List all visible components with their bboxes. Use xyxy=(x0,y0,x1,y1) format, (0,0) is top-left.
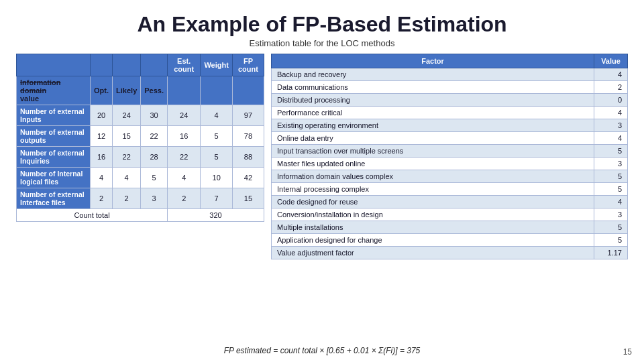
left-table: Est. count Weight FP count Information d… xyxy=(16,54,264,341)
left-table-row: Number of external outputs12152216578 xyxy=(17,126,264,147)
col-header-likely xyxy=(113,54,141,76)
page-number: 15 xyxy=(623,347,632,357)
row-weight: 4 xyxy=(201,105,232,126)
factor-value: 0 xyxy=(594,94,628,107)
factor-name: Multiple installations xyxy=(272,221,594,234)
factor-name: Internal processing complex xyxy=(272,183,594,196)
right-table-row: Online data entry4 xyxy=(272,132,628,145)
right-table-row: Value adjustment factor1.17 xyxy=(272,247,628,259)
total-label: Count total xyxy=(17,209,168,222)
info-opt: Opt. xyxy=(91,76,113,105)
row-opt: 2 xyxy=(91,188,113,209)
right-table-row: Conversion/installation in design3 xyxy=(272,208,628,221)
row-fp: 78 xyxy=(232,126,264,147)
factor-value: 5 xyxy=(594,170,628,183)
info-est xyxy=(168,76,201,105)
right-table-row: Master files updated online3 xyxy=(272,158,628,170)
right-table: Factor Value Backup and recovery4Data co… xyxy=(271,54,628,341)
factor-name: Input transaction over multiple screens xyxy=(272,145,594,158)
row-pess: 5 xyxy=(141,168,168,188)
row-est: 22 xyxy=(168,147,201,168)
col-header-fp: FP count xyxy=(232,54,264,76)
factor-value: 4 xyxy=(594,68,628,81)
factor-name: Master files updated online xyxy=(272,158,594,170)
sub-title: Estimation table for the LOC methods xyxy=(16,38,628,48)
row-likely: 15 xyxy=(113,126,141,147)
row-likely: 4 xyxy=(113,168,141,188)
factor-name: Data communications xyxy=(272,81,594,94)
factor-name: Performance critical xyxy=(272,107,594,119)
factor-name: Distributed processing xyxy=(272,94,594,107)
row-pess: 3 xyxy=(141,188,168,209)
row-est: 2 xyxy=(168,188,201,209)
factor-value: 5 xyxy=(594,234,628,247)
factor-value: 3 xyxy=(594,208,628,221)
row-likely: 22 xyxy=(113,147,141,168)
right-table-row: Code designed for reuse4 xyxy=(272,196,628,208)
row-label: Number of external Inquiries xyxy=(17,147,91,168)
left-table-row: Number of external Inputs20243024497 xyxy=(17,105,264,126)
right-col-factor: Factor xyxy=(272,54,594,68)
factor-value: 3 xyxy=(594,119,628,132)
factor-name: Conversion/installation in design xyxy=(272,208,594,221)
row-opt: 12 xyxy=(91,126,113,147)
row-label: Number of external Interface files xyxy=(17,188,91,209)
total-value: 320 xyxy=(168,209,264,222)
right-table-row: Backup and recovery4 xyxy=(272,68,628,81)
left-table-row: Number of external Interface files223271… xyxy=(17,188,264,209)
factor-value: 5 xyxy=(594,221,628,234)
right-table-row: Application designed for change5 xyxy=(272,234,628,247)
factor-name: Existing operating environment xyxy=(272,119,594,132)
info-fp xyxy=(232,76,264,105)
right-table-row: Input transaction over multiple screens5 xyxy=(272,145,628,158)
info-pess: Pess. xyxy=(141,76,168,105)
right-table-row: Information domain values complex5 xyxy=(272,170,628,183)
row-pess: 30 xyxy=(141,105,168,126)
factor-value: 5 xyxy=(594,145,628,158)
factor-value: 2 xyxy=(594,81,628,94)
content-area: Est. count Weight FP count Information d… xyxy=(16,54,628,341)
main-title: An Example of FP-Based Estimation xyxy=(16,12,628,37)
row-fp: 42 xyxy=(232,168,264,188)
right-table-row: Existing operating environment3 xyxy=(272,119,628,132)
right-table-row: Internal processing complex5 xyxy=(272,183,628,196)
right-table-row: Multiple installations5 xyxy=(272,221,628,234)
col-header-opt xyxy=(91,54,113,76)
row-est: 4 xyxy=(168,168,201,188)
factor-value: 4 xyxy=(594,196,628,208)
formula-area: FP estimated = count total × [0.65 + 0.0… xyxy=(16,346,628,355)
factor-value: 1.17 xyxy=(594,247,628,259)
row-label: Number of external Inputs xyxy=(17,105,91,126)
row-est: 24 xyxy=(168,105,201,126)
row-weight: 5 xyxy=(201,147,232,168)
col-header-est: Est. count xyxy=(168,54,201,76)
left-table-row: Number of external Inquiries16222822588 xyxy=(17,147,264,168)
row-pess: 22 xyxy=(141,126,168,147)
col-header-domain xyxy=(17,54,91,76)
factor-name: Code designed for reuse xyxy=(272,196,594,208)
row-likely: 2 xyxy=(113,188,141,209)
info-domain-label: Information domainvalue xyxy=(17,76,91,105)
row-opt: 20 xyxy=(91,105,113,126)
total-row: Count total320 xyxy=(17,209,264,222)
factor-value: 5 xyxy=(594,183,628,196)
col-header-weight: Weight xyxy=(201,54,232,76)
info-weight xyxy=(201,76,232,105)
row-weight: 7 xyxy=(201,188,232,209)
factor-name: Online data entry xyxy=(272,132,594,145)
right-table-row: Data communications2 xyxy=(272,81,628,94)
left-table-row: Number of Internal logical files44541042 xyxy=(17,168,264,188)
row-fp: 15 xyxy=(232,188,264,209)
factor-value: 4 xyxy=(594,132,628,145)
row-likely: 24 xyxy=(113,105,141,126)
factor-name: Application designed for change xyxy=(272,234,594,247)
factor-name: Backup and recovery xyxy=(272,68,594,81)
factor-value: 4 xyxy=(594,107,628,119)
right-table-row: Distributed processing0 xyxy=(272,94,628,107)
page: An Example of FP-Based Estimation Estima… xyxy=(0,0,644,362)
factor-value: 3 xyxy=(594,158,628,170)
row-fp: 97 xyxy=(232,105,264,126)
row-opt: 4 xyxy=(91,168,113,188)
row-weight: 5 xyxy=(201,126,232,147)
row-est: 16 xyxy=(168,126,201,147)
